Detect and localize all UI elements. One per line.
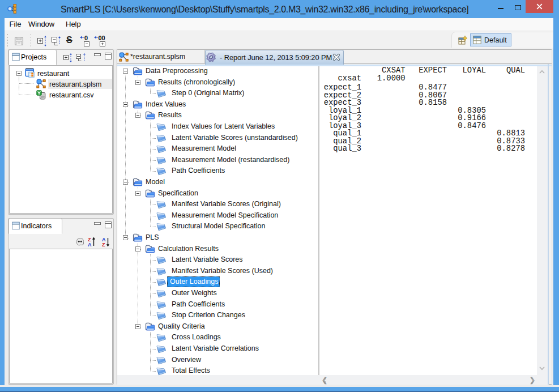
svg-text:00: 00 — [99, 35, 105, 41]
svg-text:Z: Z — [102, 242, 105, 247]
svg-text:0: 0 — [84, 35, 88, 41]
svg-text:A: A — [88, 242, 92, 247]
